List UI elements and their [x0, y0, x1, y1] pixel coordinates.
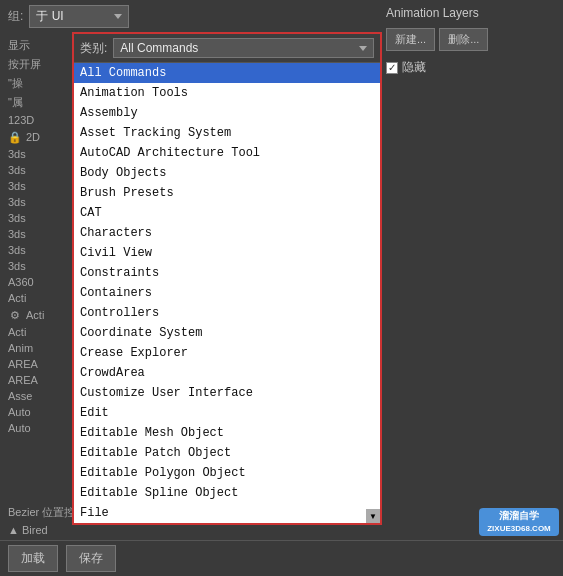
dropdown-item[interactable]: All Commands: [74, 63, 380, 83]
dropdown-item[interactable]: Animation Tools: [74, 83, 380, 103]
list-item-label: AREA: [8, 374, 38, 386]
category-dropdown: 类别: All Commands All CommandsAnimation T…: [72, 32, 382, 525]
lock-icon: 🔒: [8, 130, 22, 144]
list-item-label: 3ds: [8, 244, 26, 256]
list-item-label: Anim: [8, 342, 33, 354]
save-button[interactable]: 保存: [66, 545, 116, 572]
watermark: 溜溜自学 ZIXUE3D68.COM: [479, 508, 559, 536]
dropdown-item[interactable]: Controllers: [74, 303, 380, 323]
list-item-label: "属: [8, 96, 23, 108]
list-item-label: Acti: [8, 292, 26, 304]
group-select[interactable]: 于 UI: [29, 5, 129, 28]
dropdown-item[interactable]: Constraints: [74, 263, 380, 283]
dropdown-item[interactable]: CrowdArea: [74, 363, 380, 383]
dropdown-item[interactable]: Coordinate System: [74, 323, 380, 343]
list-item-label: 3ds: [8, 180, 26, 192]
list-item-label: "操: [8, 77, 23, 89]
list-item-label: Auto: [8, 422, 31, 434]
dropdown-item[interactable]: File: [74, 503, 380, 523]
list-item-label: Asse: [8, 390, 32, 402]
dropdown-item[interactable]: Editable Spline Object: [74, 483, 380, 503]
category-dropdown-arrow-icon: [359, 46, 367, 51]
dropdown-item[interactable]: Brush Presets: [74, 183, 380, 203]
gear-icon: ⚙: [8, 308, 22, 322]
category-select-value: All Commands: [120, 41, 353, 55]
list-item-label: Acti: [26, 309, 44, 321]
category-row: 类别: All Commands: [74, 34, 380, 63]
dropdown-item[interactable]: Editable Mesh Object: [74, 423, 380, 443]
dropdown-item[interactable]: Edit: [74, 403, 380, 423]
list-item-label: 显示: [8, 39, 30, 51]
dropdown-item[interactable]: Crease Explorer: [74, 343, 380, 363]
main-content: 显示按开屏"操"属123D🔒2D3ds3ds3ds3ds3ds3ds3ds3ds…: [0, 32, 563, 576]
list-item-label: 按开屏: [8, 58, 41, 70]
list-item-label: 3ds: [8, 228, 26, 240]
list-item-label: A360: [8, 276, 34, 288]
list-item-label: 2D: [26, 131, 40, 143]
group-dropdown-arrow-icon: [114, 14, 122, 19]
list-item-label: AREA: [8, 358, 38, 370]
dropdown-item[interactable]: Civil View: [74, 243, 380, 263]
list-item-label: 3ds: [8, 148, 26, 160]
list-item-label: 3ds: [8, 212, 26, 224]
dropdown-item[interactable]: CAT: [74, 203, 380, 223]
list-item-label: 3ds: [8, 260, 26, 272]
list-item-label: Auto: [8, 406, 31, 418]
dropdown-item[interactable]: AutoCAD Architecture Tool: [74, 143, 380, 163]
group-select-value: 于 UI: [36, 8, 108, 25]
dropdown-item[interactable]: Customize User Interface: [74, 383, 380, 403]
list-item-label: 123D: [8, 114, 34, 126]
group-row: 组: 于 UI Animation Layers 新建... 删除... ✓ 隐…: [0, 0, 563, 32]
group-label: 组:: [8, 8, 23, 25]
dropdown-item[interactable]: Asset Tracking System: [74, 123, 380, 143]
dropdown-item[interactable]: Editable Polygon Object: [74, 463, 380, 483]
dropdown-item[interactable]: Characters: [74, 223, 380, 243]
watermark-line2: ZIXUE3D68.COM: [487, 524, 551, 533]
dropdown-item[interactable]: Containers: [74, 283, 380, 303]
list-item-label: Acti: [8, 326, 26, 338]
dropdown-item[interactable]: Body Objects: [74, 163, 380, 183]
animation-layers-title: Animation Layers: [386, 6, 555, 20]
dropdown-list[interactable]: All CommandsAnimation ToolsAssemblyAsset…: [74, 63, 380, 523]
list-item-label: 3ds: [8, 164, 26, 176]
add-button[interactable]: 加载: [8, 545, 58, 572]
dropdown-item[interactable]: Editable Patch Object: [74, 443, 380, 463]
list-item-label: 3ds: [8, 196, 26, 208]
category-select[interactable]: All Commands: [113, 38, 374, 58]
scroll-down-icon[interactable]: ▼: [366, 509, 380, 523]
bottom-bar: 加载 保存: [0, 540, 563, 576]
watermark-line1: 溜溜自学: [499, 510, 539, 521]
dropdown-item[interactable]: Assembly: [74, 103, 380, 123]
category-label: 类别:: [80, 40, 107, 57]
